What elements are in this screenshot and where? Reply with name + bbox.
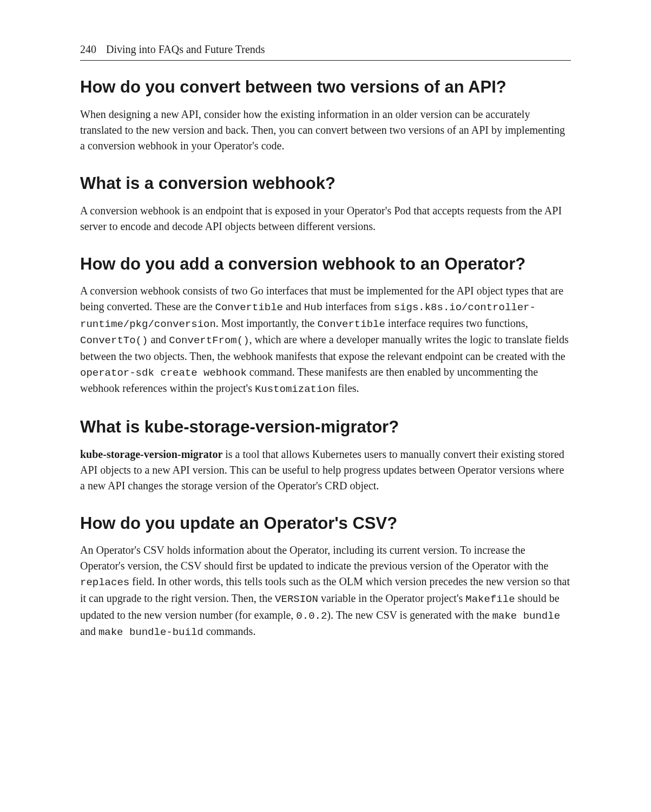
inline-code: operator-sdk create webhook	[80, 367, 247, 379]
text-run: interface requires two functions,	[385, 317, 528, 329]
text-run: . Most importantly, the	[216, 317, 318, 329]
text-run: An Operator's CSV holds information abou…	[80, 544, 548, 572]
text-run: variable in the Operator project's	[318, 592, 465, 604]
text-run: and	[148, 333, 169, 345]
inline-code: make bundle	[492, 610, 560, 622]
section-heading-kube-storage: What is kube-storage-version-migrator?	[80, 417, 571, 438]
body-paragraph: When designing a new API, consider how t…	[80, 107, 571, 154]
section-heading-conversion-webhook: What is a conversion webhook?	[80, 173, 571, 194]
body-paragraph: A conversion webhook is an endpoint that…	[80, 203, 571, 234]
text-run: and	[283, 300, 304, 312]
bold-text: kube-storage-version-migrator	[80, 448, 222, 460]
inline-code: Kustomization	[255, 383, 335, 395]
text-run: commands.	[203, 625, 256, 637]
inline-code: make bundle-build	[98, 626, 203, 638]
inline-code: Makefile	[465, 593, 515, 605]
page-number: 240	[80, 43, 96, 56]
inline-code: ConvertTo()	[80, 335, 148, 346]
body-paragraph: A conversion webhook consists of two Go …	[80, 283, 571, 397]
inline-code: Hub	[304, 302, 323, 313]
section-heading-update-csv: How do you update an Operator's CSV?	[80, 513, 571, 534]
page-header: 240 Diving into FAQs and Future Trends	[80, 43, 571, 61]
text-run: files.	[335, 382, 359, 394]
inline-code: Convertible	[317, 318, 385, 330]
inline-code: VERSION	[275, 593, 318, 605]
section-heading-add-webhook: How do you add a conversion webhook to a…	[80, 254, 571, 275]
inline-code: ConvertFrom()	[169, 335, 249, 346]
inline-code: replaces	[80, 577, 129, 588]
text-run: interfaces from	[323, 300, 394, 312]
section-heading-convert-api: How do you convert between two versions …	[80, 77, 571, 98]
inline-code: Convertible	[215, 302, 283, 313]
body-paragraph: An Operator's CSV holds information abou…	[80, 542, 571, 640]
body-paragraph: kube-storage-version-migrator is a tool …	[80, 447, 571, 494]
inline-code: 0.0.2	[296, 610, 327, 622]
text-run: and	[80, 625, 98, 637]
chapter-title: Diving into FAQs and Future Trends	[106, 43, 265, 56]
text-run: ). The new CSV is generated with the	[327, 609, 492, 621]
